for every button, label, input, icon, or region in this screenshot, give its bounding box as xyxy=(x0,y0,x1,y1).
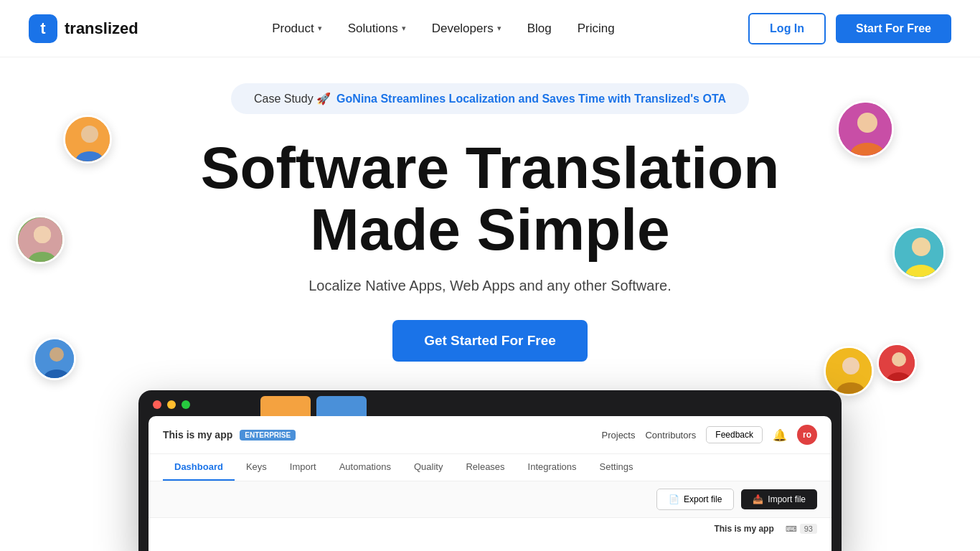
export-file-button[interactable]: 📄 Export file xyxy=(656,489,734,510)
tab-keys[interactable]: Keys xyxy=(235,454,278,481)
nav-item-developers[interactable]: Developers ▾ xyxy=(432,22,501,36)
hero-headline: Software Translation Made Simple xyxy=(201,137,780,260)
nav-link-product[interactable]: Product ▾ xyxy=(272,22,322,36)
nav-item-solutions[interactable]: Solutions ▾ xyxy=(348,22,406,36)
nav-item-product[interactable]: Product ▾ xyxy=(272,22,322,36)
login-button[interactable]: Log In xyxy=(748,13,826,44)
nav-link-blog[interactable]: Blog xyxy=(527,22,552,36)
app-content-bar: 📄 Export file 📥 Import file xyxy=(149,481,831,517)
navbar: t translized Product ▾ Solutions ▾ Devel… xyxy=(0,0,980,57)
avatar-6 xyxy=(877,343,917,383)
svg-point-14 xyxy=(912,237,930,256)
avatar-7 xyxy=(824,346,874,396)
import-icon: 📥 xyxy=(753,494,763,504)
device-tab-hints xyxy=(260,396,367,416)
start-for-free-button[interactable]: Start For Free xyxy=(836,14,951,43)
svg-point-17 xyxy=(892,352,906,367)
chevron-down-icon: ▾ xyxy=(402,24,406,33)
svg-point-6 xyxy=(34,226,51,243)
counter-badge: 93 xyxy=(800,524,817,534)
tab-settings[interactable]: Settings xyxy=(588,454,645,481)
app-name-area: This is my app ENTERPRISE xyxy=(163,429,296,441)
svg-point-1 xyxy=(81,126,98,143)
app-projects-link[interactable]: Projects xyxy=(602,430,636,441)
user-avatar: ro xyxy=(797,425,817,445)
nav-link-solutions[interactable]: Solutions ▾ xyxy=(348,22,406,36)
nav-item-pricing[interactable]: Pricing xyxy=(578,22,615,36)
tab-hint-blue xyxy=(316,396,367,416)
avatar-5 xyxy=(892,226,946,279)
hero-section: Case Study 🚀 GoNina Streamlines Localiza… xyxy=(0,57,980,551)
get-started-button[interactable]: Get Started For Free xyxy=(392,320,588,362)
logo-icon: t xyxy=(29,14,57,43)
avatar-2 xyxy=(16,215,65,264)
app-name-label: This is my app xyxy=(163,429,232,441)
nav-link-pricing[interactable]: Pricing xyxy=(578,22,615,36)
app-device-frame: This is my app ENTERPRISE Projects Contr… xyxy=(138,390,842,551)
app-screenshot-wrapper: This is my app ENTERPRISE Projects Contr… xyxy=(131,390,849,551)
tab-dashboard[interactable]: Dashboard xyxy=(163,454,235,481)
tab-hint-orange xyxy=(260,396,311,416)
chevron-down-icon: ▾ xyxy=(497,24,501,33)
case-study-banner: Case Study 🚀 GoNina Streamlines Localiza… xyxy=(231,83,749,114)
svg-point-11 xyxy=(857,113,877,133)
right-panel-label: This is my app xyxy=(714,524,773,534)
tab-integrations[interactable]: Integrations xyxy=(517,454,588,481)
device-dot-yellow xyxy=(167,400,176,409)
feedback-button[interactable]: Feedback xyxy=(706,426,763,443)
hero-subtext: Localize Native Apps, Web Apps and any o… xyxy=(308,278,672,294)
chevron-down-icon: ▾ xyxy=(318,24,322,33)
keyboard-icon: ⌨ xyxy=(786,524,797,534)
app-inner: This is my app ENTERPRISE Projects Contr… xyxy=(149,416,831,551)
avatar-4 xyxy=(837,100,894,158)
tab-automations[interactable]: Automations xyxy=(328,454,402,481)
svg-point-20 xyxy=(842,357,859,375)
nav-actions: Log In Start For Free xyxy=(748,13,951,44)
tab-import[interactable]: Import xyxy=(278,454,328,481)
bell-icon[interactable]: 🔔 xyxy=(773,428,787,442)
app-tabs: Dashboard Keys Import Automations Qualit… xyxy=(149,454,831,481)
svg-point-8 xyxy=(50,347,64,362)
tab-quality[interactable]: Quality xyxy=(402,454,454,481)
avatar-1 xyxy=(63,115,112,164)
app-inner-topbar: This is my app ENTERPRISE Projects Contr… xyxy=(149,416,831,454)
logo-link[interactable]: t translized xyxy=(29,14,138,43)
nav-item-blog[interactable]: Blog xyxy=(527,22,552,36)
logo-text: translized xyxy=(65,19,138,38)
device-dot-red xyxy=(153,400,161,409)
avatar-3 xyxy=(33,337,76,380)
app-contributors-link[interactable]: Contributors xyxy=(645,430,696,441)
export-icon: 📄 xyxy=(669,494,679,504)
nav-link-developers[interactable]: Developers ▾ xyxy=(432,22,501,36)
import-file-button[interactable]: 📥 Import file xyxy=(741,489,817,509)
case-study-link[interactable]: GoNina Streamlines Localization and Save… xyxy=(336,93,726,105)
case-study-prefix: Case Study 🚀 xyxy=(254,92,331,105)
device-topbar xyxy=(149,400,831,416)
app-nav-right: Projects Contributors Feedback 🔔 ro xyxy=(602,425,817,445)
nav-links: Product ▾ Solutions ▾ Developers ▾ Blog … xyxy=(272,22,615,36)
enterprise-badge: ENTERPRISE xyxy=(240,430,296,441)
tab-releases[interactable]: Releases xyxy=(454,454,516,481)
device-dot-green xyxy=(182,400,190,409)
